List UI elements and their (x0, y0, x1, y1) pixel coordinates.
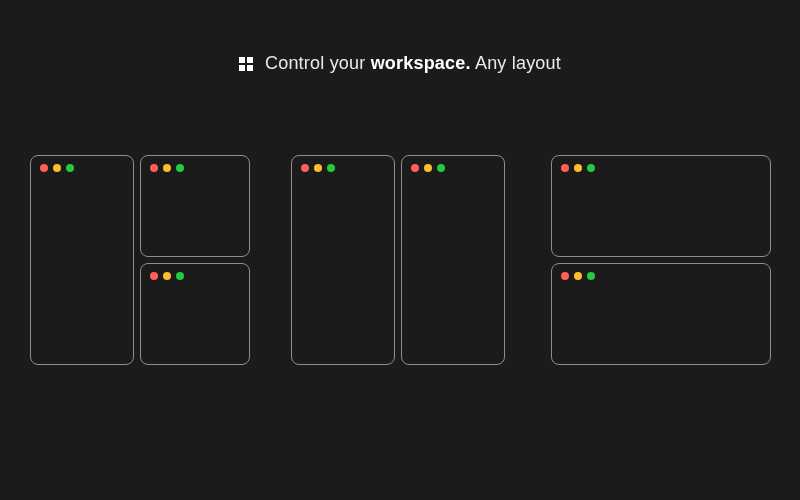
traffic-lights (292, 156, 394, 172)
close-icon (561, 272, 569, 280)
layout-group-1 (30, 155, 243, 365)
traffic-lights (552, 156, 770, 172)
traffic-lights (141, 264, 249, 280)
minimize-icon (574, 164, 582, 172)
window-mock (291, 155, 395, 365)
traffic-lights (552, 264, 770, 280)
layout-previews (30, 155, 770, 365)
headline-suffix: Any layout (471, 53, 561, 73)
layout-group-2 (291, 155, 504, 365)
close-icon (40, 164, 48, 172)
grid-icon (239, 57, 253, 71)
window-mock (140, 263, 250, 365)
close-icon (150, 272, 158, 280)
zoom-icon (587, 164, 595, 172)
close-icon (301, 164, 309, 172)
close-icon (411, 164, 419, 172)
zoom-icon (327, 164, 335, 172)
window-mock (401, 155, 505, 365)
headline-bold: workspace. (371, 53, 471, 73)
minimize-icon (53, 164, 61, 172)
zoom-icon (66, 164, 74, 172)
minimize-icon (163, 164, 171, 172)
window-mock (551, 263, 771, 365)
zoom-icon (587, 272, 595, 280)
zoom-icon (176, 272, 184, 280)
minimize-icon (163, 272, 171, 280)
traffic-lights (31, 156, 133, 172)
minimize-icon (574, 272, 582, 280)
headline-text: Control your workspace. Any layout (265, 53, 561, 74)
hero-stage: Control your workspace. Any layout (0, 0, 800, 500)
traffic-lights (141, 156, 249, 172)
window-mock (551, 155, 771, 257)
headline-prefix: Control your (265, 53, 371, 73)
layout-group-3 (551, 155, 770, 365)
close-icon (150, 164, 158, 172)
window-mock (30, 155, 134, 365)
minimize-icon (314, 164, 322, 172)
minimize-icon (424, 164, 432, 172)
window-mock (140, 155, 250, 257)
zoom-icon (176, 164, 184, 172)
headline: Control your workspace. Any layout (0, 53, 800, 74)
close-icon (561, 164, 569, 172)
traffic-lights (402, 156, 504, 172)
zoom-icon (437, 164, 445, 172)
